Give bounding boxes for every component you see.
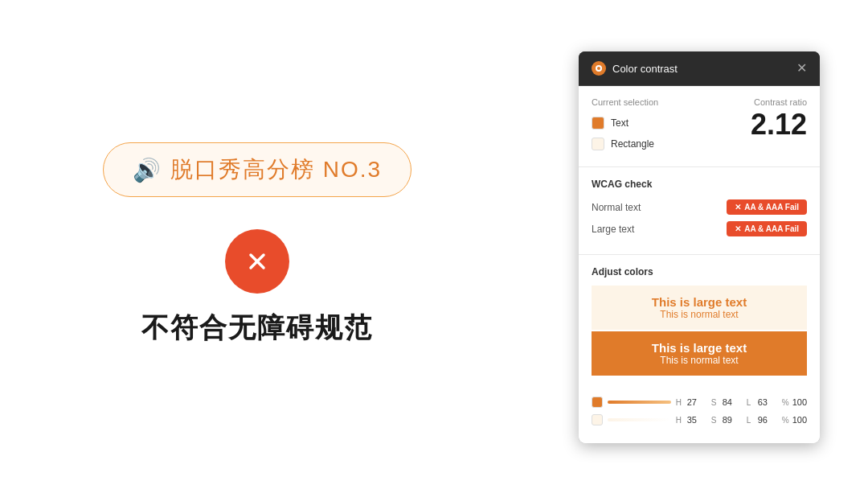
s2-value: 89 [723, 415, 742, 425]
svg-point-3 [597, 67, 600, 70]
pct-value: 100 [792, 397, 807, 407]
banner-text: 脱口秀高分榜 NO.3 [170, 154, 382, 185]
panel-logo [592, 61, 606, 76]
s-label: S [711, 398, 719, 407]
fail-circle [225, 229, 289, 294]
panel-close-button[interactable]: ✕ [796, 62, 807, 75]
slider-s2-field: S 89 [711, 415, 742, 425]
color-item-text: Text [592, 117, 658, 129]
slider-l2-field: L 96 [747, 415, 777, 425]
l-label: L [747, 398, 755, 407]
l2-label: L [747, 416, 755, 425]
text-color-swatch [592, 117, 604, 129]
fail-label: 不符合无障碍规范 [141, 310, 373, 347]
wcag-normal-badge-text: AA & AAA Fail [744, 203, 799, 212]
s2-label: S [711, 416, 719, 425]
slider-l-field: L 63 [747, 397, 777, 407]
current-selection-label: Current selection [592, 97, 658, 107]
text-color-label: Text [611, 117, 628, 129]
adjust-colors-section: Adjust colors This is large text This is… [579, 255, 820, 390]
wcag-large-badge-text: AA & AAA Fail [744, 224, 799, 233]
banner: 🔊 脱口秀高分榜 NO.3 [103, 142, 411, 197]
close-icon [243, 247, 272, 276]
h-value: 27 [687, 397, 706, 407]
l-value: 63 [758, 397, 777, 407]
preview-light-normal-text: This is normal text [601, 309, 797, 320]
wcag-title: WCAG check [592, 179, 807, 190]
speaker-icon: 🔊 [133, 157, 161, 183]
preview-dark-normal-text: This is normal text [601, 355, 797, 366]
slider-orange-swatch [592, 397, 603, 408]
h2-value: 35 [687, 415, 706, 425]
wcag-normal-badge: ✕ AA & AAA Fail [727, 199, 807, 215]
panel-header-left: Color contrast [592, 61, 678, 76]
pct2-label: % [782, 416, 789, 425]
l2-value: 96 [758, 415, 777, 425]
slider-row-light: H 35 S 89 L 96 % 100 [592, 414, 807, 425]
contrast-ratio-value: 2.12 [751, 110, 807, 139]
color-item-rectangle: Rectangle [592, 138, 658, 150]
fail-x-icon: ✕ [735, 203, 741, 212]
left-panel: 🔊 脱口秀高分榜 NO.3 不符合无障碍规范 [0, 0, 514, 489]
panel-header: Color contrast ✕ [579, 51, 820, 86]
rectangle-color-label: Rectangle [611, 138, 654, 150]
contrast-panel: Color contrast ✕ Current selection Text … [579, 51, 820, 443]
h2-label: H [676, 416, 684, 425]
pct2-value: 100 [792, 415, 807, 425]
s-value: 84 [723, 397, 742, 407]
wcag-normal-label: Normal text [592, 202, 641, 213]
slider-light-swatch [592, 414, 603, 425]
slider-pct-field: % 100 [782, 397, 807, 407]
preview-dark-large-text: This is large text [601, 341, 797, 355]
h-label: H [676, 398, 684, 407]
slider-h-field: H 27 [676, 397, 706, 407]
fail-x-icon-2: ✕ [735, 224, 741, 233]
contrast-ratio-label: Contrast ratio [754, 97, 807, 107]
slider-orange-bar[interactable] [608, 401, 671, 404]
pct-label: % [782, 398, 789, 407]
rectangle-color-swatch [592, 138, 604, 150]
wcag-large-label: Large text [592, 224, 634, 235]
slider-s-field: S 84 [711, 397, 742, 407]
fail-section: 不符合无障碍规范 [141, 229, 373, 347]
slider-row-orange: H 27 S 84 L 63 % 100 [592, 397, 807, 408]
panel-title: Color contrast [612, 63, 678, 75]
wcag-section: WCAG check Normal text ✕ AA & AAA Fail L… [579, 167, 820, 255]
preview-light: This is large text This is normal text [592, 286, 807, 330]
sliders-section: H 27 S 84 L 63 % 100 [579, 390, 820, 443]
wcag-row-normal: Normal text ✕ AA & AAA Fail [592, 199, 807, 215]
panel-body: Current selection Text Rectangle Contras… [579, 86, 820, 443]
current-selection-section: Current selection Text Rectangle Contras… [579, 86, 820, 167]
slider-light-bar[interactable] [608, 418, 671, 421]
wcag-row-large: Large text ✕ AA & AAA Fail [592, 221, 807, 236]
current-selection-left: Current selection Text Rectangle [592, 97, 658, 155]
preview-light-large-text: This is large text [601, 295, 797, 309]
wcag-large-badge: ✕ AA & AAA Fail [727, 221, 807, 236]
contrast-ratio-section: Contrast ratio 2.12 [751, 97, 807, 139]
slider-h2-field: H 35 [676, 415, 706, 425]
preview-dark: This is large text This is normal text [592, 331, 807, 376]
adjust-colors-title: Adjust colors [592, 266, 807, 277]
slider-pct2-field: % 100 [782, 415, 807, 425]
